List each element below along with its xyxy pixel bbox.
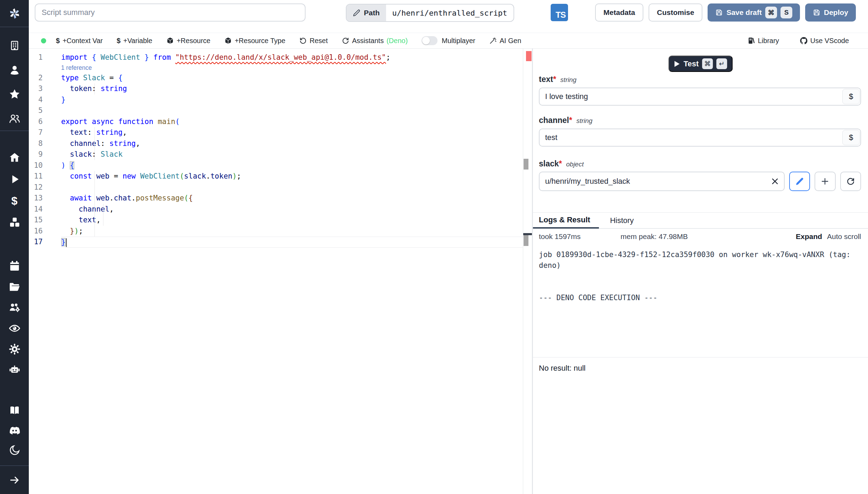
code-line[interactable]: import { WebClient } from "https://deno.…: [61, 52, 523, 63]
code-line[interactable]: text,: [61, 215, 523, 226]
code-line-row[interactable]: 4}: [29, 94, 523, 106]
line-number[interactable]: 12: [29, 182, 61, 193]
code-editor[interactable]: 1import { WebClient } from "https://deno…: [29, 49, 523, 494]
add-resource-button[interactable]: [815, 172, 835, 191]
code-line[interactable]: slack: Slack: [61, 149, 523, 160]
line-number[interactable]: 6: [29, 116, 61, 127]
line-number[interactable]: 8: [29, 138, 61, 149]
code-line-row[interactable]: 12: [29, 182, 523, 193]
add-context-var-button[interactable]: $ +Context Var: [56, 37, 103, 45]
code-line[interactable]: channel,: [61, 204, 523, 215]
text-field-input[interactable]: [539, 88, 861, 106]
script-summary-input[interactable]: [35, 3, 306, 22]
code-line-row[interactable]: 7 text: string,: [29, 127, 523, 138]
sidebar-item-workspace[interactable]: [0, 33, 29, 58]
sidebar-collapse-button[interactable]: [0, 466, 29, 494]
code-line-row[interactable]: 10) {: [29, 160, 523, 171]
line-number[interactable]: 4: [29, 94, 61, 106]
expand-button[interactable]: Expand: [796, 232, 822, 241]
tab-logs-result[interactable]: Logs & Result: [533, 213, 599, 229]
sidebar-item-audit-logs[interactable]: [0, 318, 29, 339]
script-path[interactable]: u/henri/enthralled_script: [386, 5, 514, 21]
line-number[interactable]: 1: [29, 52, 61, 63]
metadata-button[interactable]: Metadata: [595, 3, 643, 22]
code-line-row[interactable]: 16 });: [29, 226, 523, 237]
add-resource-button[interactable]: +Resource: [166, 37, 210, 45]
channel-field-input[interactable]: [539, 129, 861, 147]
refresh-resource-button[interactable]: [840, 172, 861, 191]
slack-resource-input[interactable]: [539, 172, 785, 191]
code-line[interactable]: type Slack = {: [61, 73, 523, 84]
save-draft-button[interactable]: Save draft ⌘ S: [708, 3, 800, 22]
splitter-handle[interactable]: [524, 235, 528, 246]
insert-variable-button[interactable]: $: [842, 89, 860, 104]
scrollbar-handle[interactable]: [524, 159, 528, 170]
code-line-row[interactable]: 13 await web.chat.postMessage({: [29, 193, 523, 204]
use-vscode-button[interactable]: Use VScode: [800, 37, 849, 45]
library-button[interactable]: Library: [748, 37, 779, 45]
code-line[interactable]: token: string: [61, 83, 523, 94]
line-number[interactable]: 11: [29, 171, 61, 182]
sidebar-item-folders[interactable]: [0, 276, 29, 297]
add-resource-type-button[interactable]: +Resource Type: [224, 37, 285, 45]
multiplayer-toggle[interactable]: [422, 36, 437, 45]
line-number[interactable]: 10: [29, 160, 61, 171]
code-line-row[interactable]: 17}: [29, 237, 523, 248]
code-line-row[interactable]: 11 const web = new WebClient(slack.token…: [29, 171, 523, 182]
code-line-row[interactable]: 9 slack: Slack: [29, 149, 523, 160]
ai-gen-button[interactable]: AI Gen: [489, 37, 521, 45]
line-number[interactable]: 15: [29, 215, 61, 226]
sidebar-item-variables[interactable]: $: [0, 190, 29, 212]
assistants-button[interactable]: Assistants (Deno): [342, 37, 408, 45]
add-variable-button[interactable]: $ +Variable: [117, 37, 152, 45]
deploy-button[interactable]: Deploy: [805, 3, 856, 22]
codelens-reference-link[interactable]: 1 reference: [61, 64, 92, 71]
test-button[interactable]: Test ⌘ ↵: [668, 56, 733, 72]
sidebar-item-docs[interactable]: [0, 401, 29, 420]
sidebar-item-favorites[interactable]: [0, 82, 29, 106]
code-line[interactable]: }: [61, 237, 523, 248]
edit-resource-button[interactable]: [789, 172, 810, 191]
sidebar-item-ai[interactable]: [0, 360, 29, 380]
code-line-row[interactable]: 2type Slack = {: [29, 73, 523, 84]
line-number[interactable]: 9: [29, 149, 61, 160]
line-number[interactable]: 13: [29, 193, 61, 204]
editor-scrollbar-strip[interactable]: [523, 49, 532, 494]
code-line-row[interactable]: 5: [29, 105, 523, 116]
sidebar-item-resources[interactable]: [0, 212, 29, 233]
code-line-row[interactable]: 1import { WebClient } from "https://deno…: [29, 52, 523, 63]
code-line[interactable]: export async function main(: [61, 116, 523, 127]
code-line[interactable]: [61, 182, 523, 193]
code-line[interactable]: text: string,: [61, 127, 523, 138]
code-line[interactable]: ) {: [61, 160, 523, 171]
windmill-logo[interactable]: [0, 0, 29, 27]
clear-resource-button[interactable]: [770, 176, 780, 186]
code-line-row[interactable]: 6export async function main(: [29, 116, 523, 127]
line-number[interactable]: 16: [29, 226, 61, 237]
sidebar-item-schedules[interactable]: [0, 255, 29, 276]
line-number[interactable]: 2: [29, 73, 61, 84]
line-number[interactable]: 7: [29, 127, 61, 138]
sidebar-item-runs[interactable]: [0, 168, 29, 190]
line-number[interactable]: 5: [29, 105, 61, 116]
sidebar-item-groups[interactable]: [0, 106, 29, 131]
sidebar-item-discord[interactable]: [0, 420, 29, 440]
code-line-row[interactable]: 3 token: string: [29, 83, 523, 94]
code-line-row[interactable]: 8 channel: string,: [29, 138, 523, 149]
line-number[interactable]: 17: [29, 237, 61, 248]
sidebar-item-workers[interactable]: [0, 297, 29, 318]
path-edit-button[interactable]: Path: [347, 5, 386, 21]
line-number[interactable]: 14: [29, 204, 61, 215]
code-line[interactable]: await web.chat.postMessage({: [61, 193, 523, 204]
tab-history[interactable]: History: [607, 213, 637, 228]
code-line[interactable]: [61, 105, 523, 116]
code-line[interactable]: });: [61, 226, 523, 237]
insert-variable-button[interactable]: $: [842, 130, 860, 145]
sidebar-item-home[interactable]: [0, 147, 29, 168]
code-line[interactable]: channel: string,: [61, 138, 523, 149]
code-line[interactable]: const web = new WebClient(slack.token);: [61, 171, 523, 182]
customise-button[interactable]: Customise: [649, 3, 702, 22]
sidebar-item-settings[interactable]: [0, 339, 29, 360]
auto-scroll-toggle[interactable]: Auto scroll: [827, 232, 861, 241]
line-number[interactable]: 3: [29, 83, 61, 94]
